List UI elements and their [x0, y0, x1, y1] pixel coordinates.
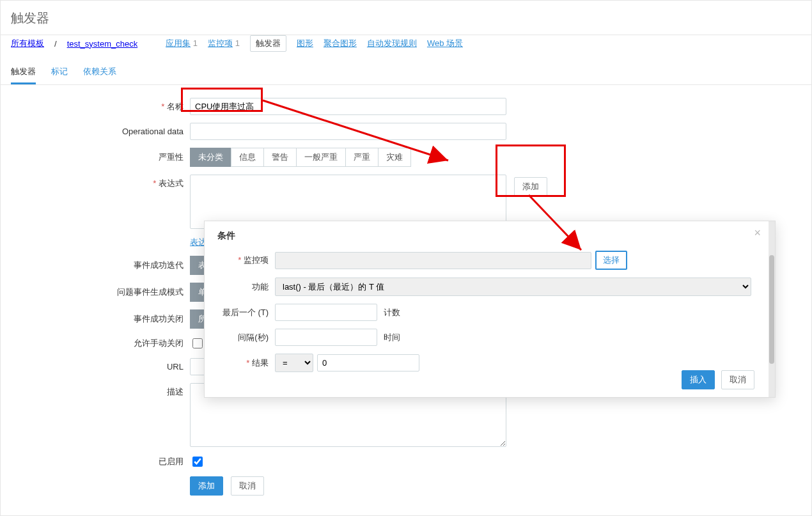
close-icon[interactable]: ×	[754, 226, 761, 240]
modal-func-select[interactable]: last() - 最后（最近）的 T 值	[275, 278, 751, 296]
breadcrumb-nav: 所有模板 / test_system_check 应用集 1 监控项 1 触发器…	[1, 35, 811, 57]
modal-item-input	[275, 252, 591, 269]
expr-label: 表达式	[11, 175, 190, 189]
condition-dialog: × 条件 监控项 选择 功能 last() - 最后（最近）的 T 值 最后一个…	[204, 221, 776, 398]
modal-interval-input[interactable]	[275, 329, 377, 346]
severity-opt-5[interactable]: 灾难	[378, 148, 411, 167]
manual-close-label: 允许手动关闭	[11, 338, 190, 349]
gen-mode-label: 问题事件生成模式	[11, 286, 190, 298]
modal-insert-button[interactable]: 插入	[682, 370, 715, 389]
ok-iter-label: 事件成功迭代	[11, 260, 190, 271]
enabled-label: 已启用	[11, 456, 190, 467]
breadcrumb-template[interactable]: test_system_check	[67, 39, 138, 49]
modal-interval-suffix: 时间	[384, 332, 400, 343]
opdata-input[interactable]	[190, 123, 506, 140]
nav-graphs[interactable]: 图形	[297, 38, 313, 49]
tab-deps[interactable]: 依赖关系	[83, 62, 116, 84]
name-label: 名称	[11, 101, 190, 113]
modal-interval-label: 间隔(秒)	[217, 332, 275, 343]
url-label: URL	[11, 362, 190, 371]
severity-label: 严重性	[11, 152, 190, 163]
tab-tags[interactable]: 标记	[51, 62, 68, 84]
desc-label: 描述	[11, 383, 190, 398]
modal-item-label: 监控项	[217, 254, 275, 266]
nav-appset[interactable]: 应用集 1	[166, 38, 198, 49]
breadcrumb-all-templates[interactable]: 所有模板	[11, 38, 44, 49]
modal-result-label: 结果	[217, 357, 275, 369]
ok-close-label: 事件成功关闭	[11, 313, 190, 325]
nav-triggers[interactable]: 触发器	[250, 35, 286, 52]
nav-discovery[interactable]: 自动发现规则	[367, 38, 417, 49]
sub-tabs: 触发器 标记 依赖关系	[1, 57, 811, 85]
modal-result-op-select[interactable]: =	[275, 354, 313, 372]
severity-opt-0[interactable]: 未分类	[190, 148, 231, 167]
modal-last-label: 最后一个 (T)	[217, 307, 275, 318]
breadcrumb-sep: /	[54, 39, 57, 49]
nav-agg-graphs[interactable]: 聚合图形	[324, 38, 357, 49]
manual-close-checkbox[interactable]	[192, 338, 203, 348]
severity-opt-1[interactable]: 信息	[231, 148, 264, 167]
modal-cancel-button[interactable]: 取消	[721, 370, 754, 389]
severity-opt-4[interactable]: 严重	[345, 148, 379, 167]
modal-result-input[interactable]	[317, 354, 419, 371]
expr-add-button[interactable]: 添加	[514, 177, 547, 196]
name-input[interactable]	[190, 98, 506, 115]
submit-button[interactable]: 添加	[190, 476, 223, 496]
enabled-checkbox[interactable]	[192, 457, 203, 467]
modal-select-button[interactable]: 选择	[595, 251, 627, 270]
cancel-button[interactable]: 取消	[231, 476, 264, 496]
opdata-label: Operational data	[11, 127, 190, 136]
page-title: 触发器	[1, 1, 811, 35]
severity-opt-3[interactable]: 一般严重	[296, 148, 346, 167]
modal-scrollbar[interactable]	[769, 221, 775, 397]
dialog-title: 条件	[217, 230, 756, 242]
severity-opt-2[interactable]: 警告	[263, 148, 297, 167]
modal-last-suffix: 计数	[384, 307, 400, 318]
modal-last-input[interactable]	[275, 304, 377, 321]
modal-func-label: 功能	[217, 281, 275, 293]
tab-trigger[interactable]: 触发器	[11, 62, 36, 84]
nav-web[interactable]: Web 场景	[427, 38, 463, 49]
severity-segmented: 未分类 信息 警告 一般严重 严重 灾难	[190, 148, 411, 167]
nav-items[interactable]: 监控项 1	[208, 38, 240, 49]
